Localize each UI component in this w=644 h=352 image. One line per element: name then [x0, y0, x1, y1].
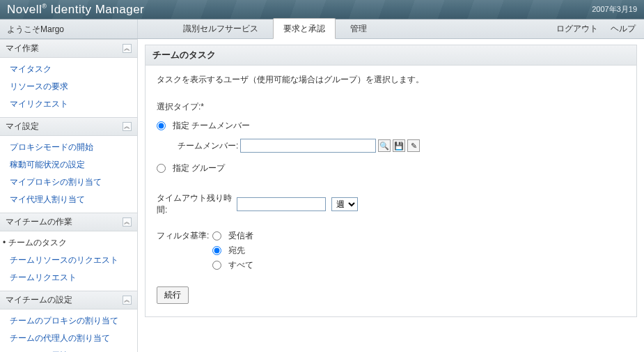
sidebar-item-team-resource-requests[interactable]: チームリソースのリクエスト — [0, 252, 137, 269]
radio-group-line: 指定 グループ — [157, 162, 625, 174]
sidebar: マイ作業 ︽ マイタスク リソースの要求 マイリクエスト マイ設定 ︽ プロキシ… — [0, 39, 138, 352]
radio-group[interactable] — [157, 164, 166, 173]
sidebar-section-title: マイ設定 — [6, 121, 39, 132]
chevron-up-icon: ︽ — [123, 122, 132, 131]
sidebar-item-proxy-mode[interactable]: プロキシモードの開始 — [0, 139, 137, 156]
search-icon[interactable]: 🔍 — [378, 139, 391, 152]
sidebar-section-my-work[interactable]: マイ作業 ︽ — [0, 39, 137, 58]
chevron-up-icon: ︽ — [123, 217, 132, 227]
tab-identity-self-service[interactable]: 識別セルフサービス — [173, 18, 269, 38]
brand: Novell® Identity Manager — [7, 3, 144, 17]
sidebar-item-team-availability[interactable]: チームの可用性 — [0, 347, 137, 352]
tab-bar: 識別セルフサービス 要求と承認 管理 ログアウト ヘルプ — [138, 20, 644, 38]
timeout-input[interactable] — [237, 197, 326, 211]
filter-option-all-line: すべて — [212, 259, 253, 271]
tab-admin[interactable]: 管理 — [340, 18, 377, 38]
sidebar-section-my-settings[interactable]: マイ設定 ︽ — [0, 117, 137, 136]
edit-icon[interactable]: ✎ — [407, 139, 420, 152]
filter-label: フィルタ基準: — [157, 230, 212, 242]
sidebar-item-resource-request[interactable]: リソースの要求 — [0, 78, 137, 95]
sidebar-list: チームのプロキシの割り当て チームの代理人の割り当て チームの可用性 — [0, 309, 137, 352]
sub-bar: ようこそMargo 識別セルフサービス 要求と承認 管理 ログアウト ヘルプ — [0, 20, 644, 39]
sidebar-item-my-delegate-assign[interactable]: マイ代理人割り当て — [0, 191, 137, 208]
logout-link[interactable]: ログアウト — [556, 23, 598, 35]
app-banner: Novell® Identity Manager 2007年3月19 — [0, 0, 644, 20]
chevron-up-icon: ︽ — [123, 296, 132, 305]
sidebar-section-my-team-work[interactable]: マイチームの作業 ︽ — [0, 213, 137, 231]
sidebar-item-team-delegate-assign[interactable]: チームの代理人の割り当て — [0, 330, 137, 347]
sidebar-item-team-proxy-assign[interactable]: チームのプロキシの割り当て — [0, 312, 137, 330]
date-stamp: 2007年3月19 — [592, 4, 637, 15]
help-link[interactable]: ヘルプ — [611, 23, 636, 35]
tabs-right: ログアウト ヘルプ — [548, 18, 644, 38]
filter-options: 受信者 宛先 すべて — [212, 230, 253, 274]
filter-option-addressed-line: 宛先 — [212, 245, 253, 257]
selection-type-row: 選択タイプ:* — [157, 101, 625, 113]
sidebar-list: マイタスク リソースの要求 マイリクエスト — [0, 58, 137, 117]
team-member-label: チームメンバー: — [178, 140, 240, 152]
sidebar-item-availability[interactable]: 稼動可能状況の設定 — [0, 156, 137, 174]
sidebar-section-title: マイチームの設定 — [6, 294, 72, 306]
timeout-unit-select[interactable]: 週 — [331, 197, 358, 211]
panel: チームのタスク タスクを表示するユーザ（使用可能な場合はグループ）を選択します。… — [145, 45, 637, 317]
sidebar-item-team-tasks[interactable]: チームのタスク — [0, 234, 137, 252]
main: チームのタスク タスクを表示するユーザ（使用可能な場合はグループ）を選択します。… — [138, 39, 644, 352]
sidebar-item-my-tasks[interactable]: マイタスク — [0, 61, 137, 78]
radio-team-member-line: 指定 チームメンバー — [157, 120, 625, 132]
filter-radio-recipient-label: 受信者 — [228, 230, 253, 242]
panel-body: タスクを表示するユーザ（使用可能な場合はグループ）を選択します。 選択タイプ:*… — [146, 66, 636, 316]
sidebar-section-title: マイ作業 — [6, 43, 39, 54]
timeout-label: タイムアウト残り時間: — [157, 192, 237, 216]
filter-radio-all-label: すべて — [228, 259, 253, 271]
brand-prefix: Novell — [7, 3, 42, 16]
sidebar-list: プロキシモードの開始 稼動可能状況の設定 マイプロキシの割り当て マイ代理人割り… — [0, 136, 137, 213]
filter-radio-recipient[interactable] — [212, 231, 221, 240]
save-icon[interactable]: 💾 — [393, 139, 405, 152]
brand-suffix: Identity Manager — [47, 3, 144, 16]
sidebar-section-my-team-settings[interactable]: マイチームの設定 ︽ — [0, 291, 137, 309]
filter-option-recipient-line: 受信者 — [212, 230, 253, 242]
team-member-input[interactable] — [240, 139, 376, 153]
filter-row: フィルタ基準: 受信者 宛先 すべて — [157, 230, 625, 274]
continue-button[interactable]: 続行 — [157, 286, 189, 304]
chevron-up-icon: ︽ — [123, 44, 132, 53]
sidebar-item-team-requests[interactable]: チームリクエスト — [0, 269, 137, 286]
filter-radio-addressed-label: 宛先 — [228, 245, 245, 257]
welcome-text: ようこそMargo — [0, 20, 138, 38]
sidebar-item-my-proxy-assign[interactable]: マイプロキシの割り当て — [0, 174, 137, 191]
panel-title: チームのタスク — [146, 45, 636, 66]
panel-instructions: タスクを表示するユーザ（使用可能な場合はグループ）を選択します。 — [157, 74, 625, 86]
selection-type-radios: 指定 チームメンバー チームメンバー: 🔍 💾 ✎ 指定 グループ — [157, 120, 625, 174]
content: マイ作業 ︽ マイタスク リソースの要求 マイリクエスト マイ設定 ︽ プロキシ… — [0, 39, 644, 352]
sidebar-section-title: マイチームの作業 — [6, 216, 72, 228]
team-member-row: チームメンバー: 🔍 💾 ✎ — [178, 139, 625, 153]
radio-team-member-label: 指定 チームメンバー — [173, 120, 250, 132]
radio-team-member[interactable] — [157, 121, 166, 130]
selection-type-label: 選択タイプ:* — [157, 101, 237, 113]
sidebar-item-my-requests[interactable]: マイリクエスト — [0, 95, 137, 113]
sidebar-list: チームのタスク チームリソースのリクエスト チームリクエスト — [0, 231, 137, 291]
filter-radio-addressed[interactable] — [212, 246, 221, 255]
filter-radio-all[interactable] — [212, 261, 221, 270]
timeout-row: タイムアウト残り時間: 週 — [157, 192, 625, 216]
tab-requests-approvals[interactable]: 要求と承認 — [273, 18, 336, 39]
radio-group-label: 指定 グループ — [173, 162, 225, 174]
